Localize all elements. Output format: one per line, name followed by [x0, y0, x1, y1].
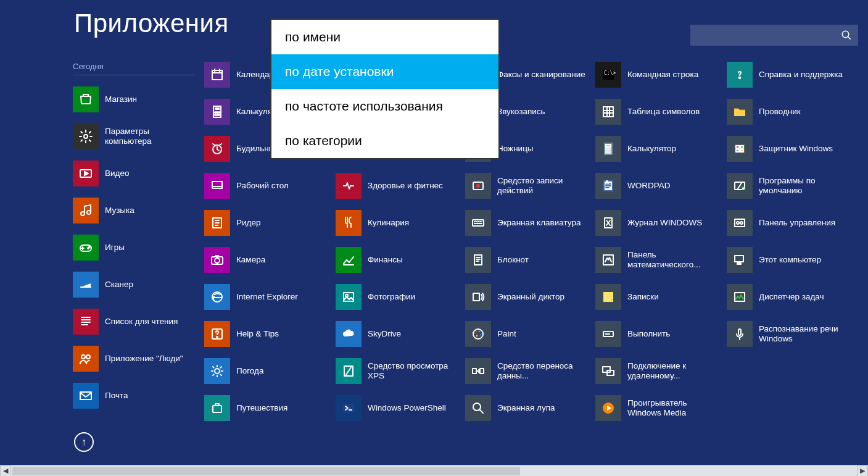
app-tile[interactable]: Музыка — [73, 198, 202, 223]
app-tile[interactable]: Таблица символов — [595, 99, 725, 125]
svg-point-16 — [215, 112, 216, 113]
app-tile-label: Калькулятор — [627, 144, 676, 154]
app-tile[interactable]: Распознавание речи Windows — [727, 321, 856, 347]
app-tile[interactable]: Internet Explorer — [204, 284, 334, 310]
app-tile-label: Командная строка — [627, 70, 698, 80]
svg-point-46 — [473, 329, 483, 339]
app-tile[interactable]: Средство переноса данны... — [465, 358, 595, 384]
app-tile[interactable]: Финансы — [336, 247, 465, 273]
horizontal-scrollbar[interactable]: ◀ ▶ — [0, 465, 868, 476]
svg-rect-23 — [212, 182, 222, 188]
weather-icon — [204, 358, 230, 384]
app-tile[interactable]: Paint — [465, 321, 595, 347]
app-tile[interactable]: Windows PowerShell — [336, 395, 465, 421]
app-tile-label: Internet Explorer — [236, 292, 298, 303]
collapse-arrow-button[interactable]: ↑ — [74, 432, 94, 452]
app-tile[interactable]: Программы по умолчанию — [727, 173, 856, 199]
app-tile[interactable]: Экранная лупа — [465, 395, 595, 421]
svg-point-79 — [737, 222, 739, 224]
app-tile-label: Средство записи действий — [497, 176, 590, 196]
app-tile-label: Экранная лупа — [497, 403, 555, 414]
sort-option[interactable]: по имени — [271, 20, 498, 54]
app-tile[interactable]: Кулинария — [336, 210, 465, 236]
app-tile[interactable]: Игры — [73, 235, 202, 261]
app-tile[interactable]: Калькулятор — [595, 136, 725, 162]
app-tile[interactable]: Погода — [204, 358, 334, 384]
app-tile[interactable]: Этот компьютер — [727, 247, 856, 273]
charmap-icon — [595, 99, 621, 125]
search-input[interactable] — [690, 25, 858, 46]
paint-icon — [465, 321, 491, 347]
app-tile-label: Средство переноса данны... — [497, 361, 590, 381]
app-tile[interactable]: Почта — [73, 383, 202, 409]
app-tile[interactable]: Панель управления — [727, 210, 856, 236]
calendar-icon — [204, 62, 230, 88]
app-tile[interactable]: Сканер — [73, 272, 202, 298]
app-tile[interactable]: Журнал WINDOWS — [595, 210, 725, 236]
app-tile[interactable]: Список для чтения — [73, 309, 202, 335]
app-tile[interactable]: Рабочий стол — [204, 173, 334, 199]
app-tile[interactable]: Проигрыватель Windows Media — [595, 395, 725, 421]
sort-dropdown[interactable]: по именипо дате установкипо частоте испо… — [270, 19, 500, 159]
svg-rect-75 — [740, 149, 743, 152]
app-tile[interactable]: Фотографии — [336, 284, 465, 310]
sort-option[interactable]: по дате установки — [271, 54, 498, 89]
svg-point-10 — [81, 355, 85, 359]
svg-point-29 — [217, 336, 218, 338]
app-tile-label: Экранный диктор — [497, 292, 564, 303]
calc2-icon — [595, 136, 621, 162]
app-tile[interactable]: Камера — [204, 247, 334, 273]
app-tile[interactable]: Справка и поддержка — [727, 62, 856, 88]
arrow-up-icon: ↑ — [81, 436, 86, 448]
app-tile[interactable]: Блокнот — [465, 247, 595, 273]
svg-point-17 — [217, 112, 218, 113]
app-tile[interactable]: SkyDrive — [336, 321, 465, 347]
scroll-thumb[interactable] — [12, 467, 520, 475]
app-tile[interactable]: Экранная клавиатура — [465, 210, 595, 236]
app-tile-label: Экранная клавиатура — [497, 218, 581, 228]
svg-line-1 — [848, 36, 851, 40]
taskmgr-icon — [727, 284, 753, 310]
app-tile-label: Звукозапись — [497, 107, 545, 117]
app-tile[interactable]: Ридер — [204, 210, 334, 236]
svg-point-20 — [217, 114, 218, 115]
scroll-left-button[interactable]: ◀ — [0, 466, 11, 477]
ie-icon — [204, 284, 230, 310]
app-tile[interactable]: Здоровье и фитнес — [336, 173, 465, 199]
app-tile[interactable]: Магазин — [73, 86, 202, 112]
app-tile[interactable]: Приложение "Люди" — [73, 346, 202, 372]
app-tile[interactable]: Защитник Windows — [727, 136, 856, 162]
app-tile-label: Магазин — [105, 94, 137, 105]
app-tile[interactable]: Параметры компьютера — [73, 123, 202, 149]
magnifier-icon — [465, 395, 491, 421]
app-tile[interactable]: Проводник — [727, 99, 856, 125]
app-tile[interactable]: Путешествия — [204, 395, 334, 421]
app-tile[interactable]: Help & Tips — [204, 321, 334, 347]
app-tile[interactable]: Видео — [73, 161, 202, 186]
app-tile[interactable]: Средство записи действий — [465, 173, 595, 199]
app-tile[interactable]: Подключение к удаленному... — [595, 358, 725, 384]
mail-icon — [73, 383, 99, 409]
app-tile[interactable]: Выполнить — [595, 321, 725, 347]
scroll-track[interactable] — [11, 466, 857, 476]
app-tile[interactable]: Записки — [595, 284, 725, 310]
svg-text:A: A — [606, 180, 608, 184]
scroll-right-button[interactable]: ▶ — [857, 466, 868, 477]
sticky-icon — [595, 284, 621, 310]
sort-option[interactable]: по частоте использования — [271, 89, 498, 123]
app-tile[interactable]: Диспетчер задач — [727, 284, 856, 310]
app-tile-label: Приложение "Люди" — [105, 354, 183, 364]
app-tile[interactable]: Экранный диктор — [465, 284, 595, 310]
reader-icon — [204, 210, 230, 236]
sort-option[interactable]: по категории — [271, 123, 498, 158]
app-tile[interactable]: Средство просмотра XPS — [336, 358, 465, 384]
svg-rect-13 — [212, 70, 222, 80]
svg-rect-81 — [735, 256, 743, 262]
app-tile[interactable]: C:\>Командная строка — [595, 62, 725, 88]
svg-point-26 — [215, 258, 220, 263]
app-tile-label: Блокнот — [497, 255, 529, 265]
cpanel-icon — [727, 210, 753, 236]
app-tile[interactable]: Панель математического... — [595, 247, 725, 273]
app-tile[interactable]: AWORDPAD — [595, 173, 725, 199]
svg-rect-73 — [740, 146, 743, 148]
